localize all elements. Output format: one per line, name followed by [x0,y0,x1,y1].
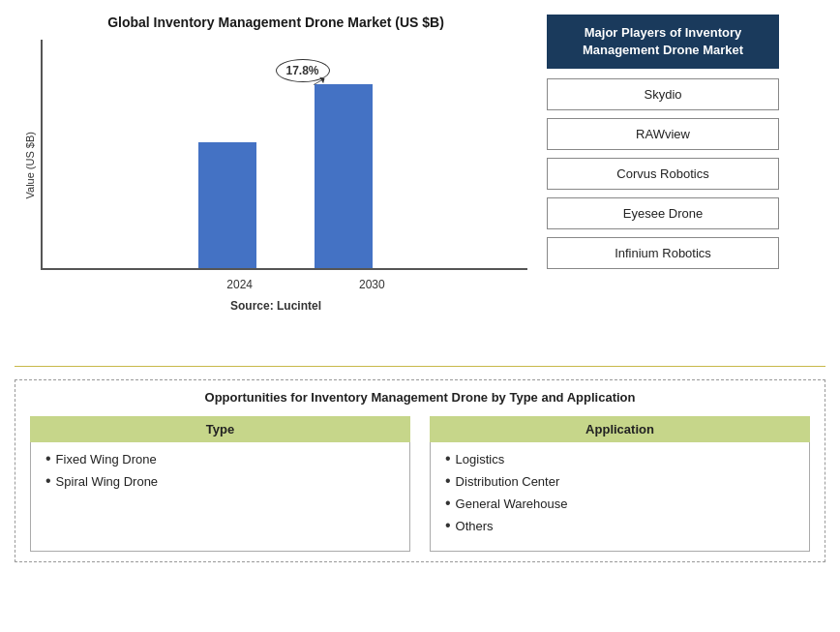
application-header: Application [430,416,810,442]
type-body: • Fixed Wing Drone • Spiral Wing Drone [30,442,410,552]
bullet-icon-4: • [445,473,451,489]
type-item-label-2: Spiral Wing Drone [56,474,159,489]
section-divider [15,366,825,367]
bullet-icon-3: • [445,451,451,466]
opportunities-title: Opportunities for Inventory Management D… [30,390,810,405]
bullet-icon: • [45,451,51,466]
player-corvus: Corvus Robotics [547,158,779,190]
players-title: Major Players of Inventory Management Dr… [547,15,779,69]
bullet-icon-5: • [445,496,451,511]
source-text: Source: Lucintel [230,299,321,313]
bar-group-2024 [198,142,256,268]
player-skydio: Skydio [547,78,779,110]
application-column: Application • Logistics • Distribution C… [430,416,810,552]
bar-group-2030 [315,84,373,268]
app-item-label-1: Logistics [456,452,505,466]
player-eyesee: Eyesee Drone [547,197,779,229]
app-item-label-4: Others [456,519,494,533]
app-item-label-2: Distribution Center [456,474,560,489]
y-axis-label: Value (US $B) [24,132,36,199]
app-item-label-3: General Warehouse [456,497,568,511]
type-header: Type [30,416,410,442]
chart-wrapper: Value (US $B) 17.8% ➝ [24,40,527,291]
app-item-distribution: • Distribution Center [445,474,795,489]
chart-inner: 17.8% ➝ 2024 20 [41,40,527,291]
top-section: Global Inventory Management Drone Market… [15,10,825,358]
app-item-logistics: • Logistics [445,452,795,466]
x-axis-labels: 2024 2030 [41,273,527,291]
chart-area: Global Inventory Management Drone Market… [15,10,537,358]
type-item-fixed-wing: • Fixed Wing Drone [45,452,395,466]
players-panel: Major Players of Inventory Management Dr… [537,10,789,358]
bars-container: 17.8% ➝ [41,40,527,270]
bullet-icon-6: • [445,518,451,533]
bar-2030 [315,84,373,268]
player-infinium: Infinium Robotics [547,237,779,269]
app-item-others: • Others [445,519,795,533]
chart-title: Global Inventory Management Drone Market… [107,15,444,30]
bar-label-2024: 2024 [226,278,253,291]
app-item-warehouse: • General Warehouse [445,497,795,511]
application-body: • Logistics • Distribution Center • Gene… [430,442,810,552]
player-rawview: RAWview [547,118,779,150]
main-container: Global Inventory Management Drone Market… [0,0,840,632]
type-column: Type • Fixed Wing Drone • Spiral Wing Dr… [30,416,410,552]
bottom-section: Opportunities for Inventory Management D… [15,379,825,562]
bar-label-2030: 2030 [359,278,385,291]
type-item-spiral-wing: • Spiral Wing Drone [45,474,395,489]
bullet-icon-2: • [45,473,51,489]
opp-columns: Type • Fixed Wing Drone • Spiral Wing Dr… [30,416,810,552]
bar-2024 [198,142,256,268]
type-item-label-1: Fixed Wing Drone [56,452,157,466]
